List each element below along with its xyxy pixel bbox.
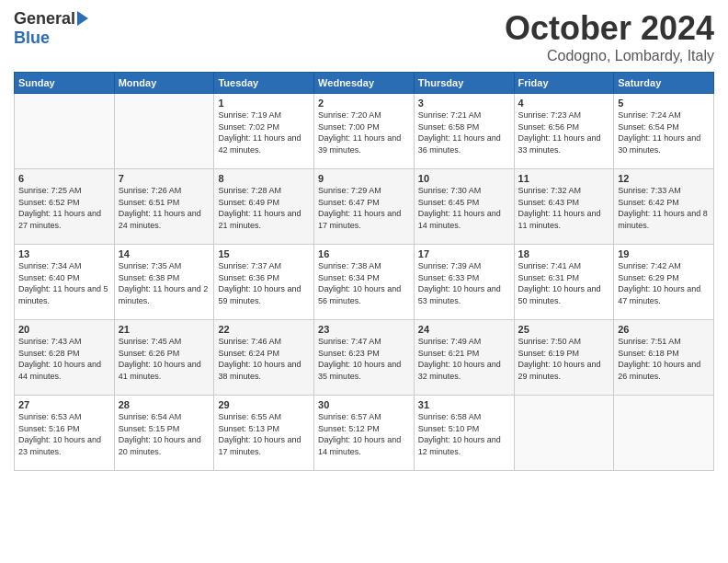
day-info: Sunrise: 6:55 AM Sunset: 5:13 PM Dayligh…	[218, 411, 310, 457]
calendar-day-cell	[114, 94, 214, 169]
calendar-day-cell: 27Sunrise: 6:53 AM Sunset: 5:16 PM Dayli…	[15, 396, 115, 471]
day-number: 25	[518, 324, 610, 335]
day-of-week-header: Tuesday	[214, 73, 314, 94]
calendar-day-cell: 11Sunrise: 7:32 AM Sunset: 6:43 PM Dayli…	[514, 169, 614, 245]
calendar-week-row: 27Sunrise: 6:53 AM Sunset: 5:16 PM Dayli…	[15, 396, 714, 471]
calendar-day-cell: 29Sunrise: 6:55 AM Sunset: 5:13 PM Dayli…	[214, 396, 314, 471]
day-number: 17	[418, 248, 510, 259]
day-number: 8	[218, 173, 310, 184]
day-number: 23	[318, 324, 410, 335]
day-info: Sunrise: 7:34 AM Sunset: 6:40 PM Dayligh…	[18, 260, 110, 306]
day-number: 28	[119, 399, 210, 410]
calendar-day-cell: 23Sunrise: 7:47 AM Sunset: 6:23 PM Dayli…	[314, 320, 415, 396]
header: General Blue October 2024 Codogno, Lomba…	[14, 9, 714, 64]
day-info: Sunrise: 7:46 AM Sunset: 6:24 PM Dayligh…	[218, 336, 310, 382]
calendar-day-cell: 21Sunrise: 7:45 AM Sunset: 6:26 PM Dayli…	[114, 320, 214, 396]
day-of-week-header: Saturday	[614, 73, 714, 94]
day-number: 2	[318, 98, 410, 109]
day-info: Sunrise: 7:49 AM Sunset: 6:21 PM Dayligh…	[418, 336, 510, 382]
calendar-week-row: 1Sunrise: 7:19 AM Sunset: 7:02 PM Daylig…	[15, 94, 714, 169]
logo-blue: Blue	[14, 29, 50, 48]
day-number: 31	[418, 399, 510, 410]
calendar-day-cell: 31Sunrise: 6:58 AM Sunset: 5:10 PM Dayli…	[414, 396, 514, 471]
calendar-day-cell: 12Sunrise: 7:33 AM Sunset: 6:42 PM Dayli…	[614, 169, 714, 245]
day-number: 9	[318, 173, 410, 184]
day-of-week-header: Sunday	[15, 73, 115, 94]
day-number: 29	[218, 399, 310, 410]
day-number: 20	[18, 324, 110, 335]
title-location: Codogno, Lombardy, Italy	[505, 48, 714, 64]
calendar-day-cell: 5Sunrise: 7:24 AM Sunset: 6:54 PM Daylig…	[614, 94, 714, 169]
calendar-day-cell: 22Sunrise: 7:46 AM Sunset: 6:24 PM Dayli…	[214, 320, 314, 396]
calendar-week-row: 6Sunrise: 7:25 AM Sunset: 6:52 PM Daylig…	[15, 169, 714, 245]
calendar-day-cell: 28Sunrise: 6:54 AM Sunset: 5:15 PM Dayli…	[114, 396, 214, 471]
day-info: Sunrise: 6:57 AM Sunset: 5:12 PM Dayligh…	[318, 411, 410, 457]
calendar-day-cell: 6Sunrise: 7:25 AM Sunset: 6:52 PM Daylig…	[15, 169, 115, 245]
day-info: Sunrise: 6:53 AM Sunset: 5:16 PM Dayligh…	[18, 411, 110, 457]
day-info: Sunrise: 7:30 AM Sunset: 6:45 PM Dayligh…	[418, 185, 510, 231]
day-info: Sunrise: 7:29 AM Sunset: 6:47 PM Dayligh…	[318, 185, 410, 231]
day-number: 14	[119, 248, 210, 259]
title-month: October 2024	[505, 9, 714, 48]
calendar-day-cell: 24Sunrise: 7:49 AM Sunset: 6:21 PM Dayli…	[414, 320, 514, 396]
logo: General Blue	[14, 9, 88, 48]
day-info: Sunrise: 7:51 AM Sunset: 6:18 PM Dayligh…	[618, 336, 710, 382]
calendar-day-cell: 18Sunrise: 7:41 AM Sunset: 6:31 PM Dayli…	[514, 245, 614, 320]
day-info: Sunrise: 6:54 AM Sunset: 5:15 PM Dayligh…	[119, 411, 210, 457]
day-info: Sunrise: 7:50 AM Sunset: 6:19 PM Dayligh…	[518, 336, 610, 382]
day-info: Sunrise: 7:26 AM Sunset: 6:51 PM Dayligh…	[119, 185, 210, 231]
day-of-week-header: Thursday	[414, 73, 514, 94]
day-info: Sunrise: 7:37 AM Sunset: 6:36 PM Dayligh…	[218, 260, 310, 306]
calendar-day-cell: 4Sunrise: 7:23 AM Sunset: 6:56 PM Daylig…	[514, 94, 614, 169]
day-of-week-header: Monday	[114, 73, 214, 94]
day-info: Sunrise: 6:58 AM Sunset: 5:10 PM Dayligh…	[418, 411, 510, 457]
calendar-day-cell: 7Sunrise: 7:26 AM Sunset: 6:51 PM Daylig…	[114, 169, 214, 245]
calendar-header-row: SundayMondayTuesdayWednesdayThursdayFrid…	[15, 73, 714, 94]
calendar-day-cell	[514, 396, 614, 471]
logo-arrow-icon	[77, 11, 88, 26]
calendar-day-cell: 30Sunrise: 6:57 AM Sunset: 5:12 PM Dayli…	[314, 396, 415, 471]
day-info: Sunrise: 7:42 AM Sunset: 6:29 PM Dayligh…	[618, 260, 710, 306]
calendar-day-cell: 1Sunrise: 7:19 AM Sunset: 7:02 PM Daylig…	[214, 94, 314, 169]
day-number: 19	[618, 248, 710, 259]
day-number: 13	[18, 248, 110, 259]
day-number: 24	[418, 324, 510, 335]
day-info: Sunrise: 7:43 AM Sunset: 6:28 PM Dayligh…	[18, 336, 110, 382]
page: General Blue October 2024 Codogno, Lomba…	[0, 0, 728, 563]
calendar-day-cell: 19Sunrise: 7:42 AM Sunset: 6:29 PM Dayli…	[614, 245, 714, 320]
day-of-week-header: Wednesday	[314, 73, 415, 94]
day-number: 21	[119, 324, 210, 335]
day-info: Sunrise: 7:35 AM Sunset: 6:38 PM Dayligh…	[119, 260, 210, 306]
calendar-day-cell: 20Sunrise: 7:43 AM Sunset: 6:28 PM Dayli…	[15, 320, 115, 396]
day-info: Sunrise: 7:21 AM Sunset: 6:58 PM Dayligh…	[418, 109, 510, 155]
logo-general: General	[14, 9, 75, 29]
day-number: 30	[318, 399, 410, 410]
day-number: 6	[18, 173, 110, 184]
day-info: Sunrise: 7:45 AM Sunset: 6:26 PM Dayligh…	[119, 336, 210, 382]
calendar-day-cell	[15, 94, 115, 169]
calendar-day-cell: 25Sunrise: 7:50 AM Sunset: 6:19 PM Dayli…	[514, 320, 614, 396]
day-info: Sunrise: 7:25 AM Sunset: 6:52 PM Dayligh…	[18, 185, 110, 231]
day-number: 10	[418, 173, 510, 184]
day-info: Sunrise: 7:39 AM Sunset: 6:33 PM Dayligh…	[418, 260, 510, 306]
day-info: Sunrise: 7:23 AM Sunset: 6:56 PM Dayligh…	[518, 109, 610, 155]
calendar-day-cell: 14Sunrise: 7:35 AM Sunset: 6:38 PM Dayli…	[114, 245, 214, 320]
day-number: 12	[618, 173, 710, 184]
day-info: Sunrise: 7:32 AM Sunset: 6:43 PM Dayligh…	[518, 185, 610, 231]
day-number: 15	[218, 248, 310, 259]
day-number: 11	[518, 173, 610, 184]
day-info: Sunrise: 7:47 AM Sunset: 6:23 PM Dayligh…	[318, 336, 410, 382]
calendar-week-row: 13Sunrise: 7:34 AM Sunset: 6:40 PM Dayli…	[15, 245, 714, 320]
day-info: Sunrise: 7:33 AM Sunset: 6:42 PM Dayligh…	[618, 185, 710, 231]
day-number: 27	[18, 399, 110, 410]
day-info: Sunrise: 7:20 AM Sunset: 7:00 PM Dayligh…	[318, 109, 410, 155]
calendar-day-cell: 9Sunrise: 7:29 AM Sunset: 6:47 PM Daylig…	[314, 169, 415, 245]
calendar-day-cell: 17Sunrise: 7:39 AM Sunset: 6:33 PM Dayli…	[414, 245, 514, 320]
day-number: 5	[618, 98, 710, 109]
logo-text: General	[14, 9, 88, 29]
day-number: 18	[518, 248, 610, 259]
day-info: Sunrise: 7:38 AM Sunset: 6:34 PM Dayligh…	[318, 260, 410, 306]
title-section: October 2024 Codogno, Lombardy, Italy	[505, 9, 714, 64]
day-number: 16	[318, 248, 410, 259]
calendar-day-cell: 2Sunrise: 7:20 AM Sunset: 7:00 PM Daylig…	[314, 94, 415, 169]
